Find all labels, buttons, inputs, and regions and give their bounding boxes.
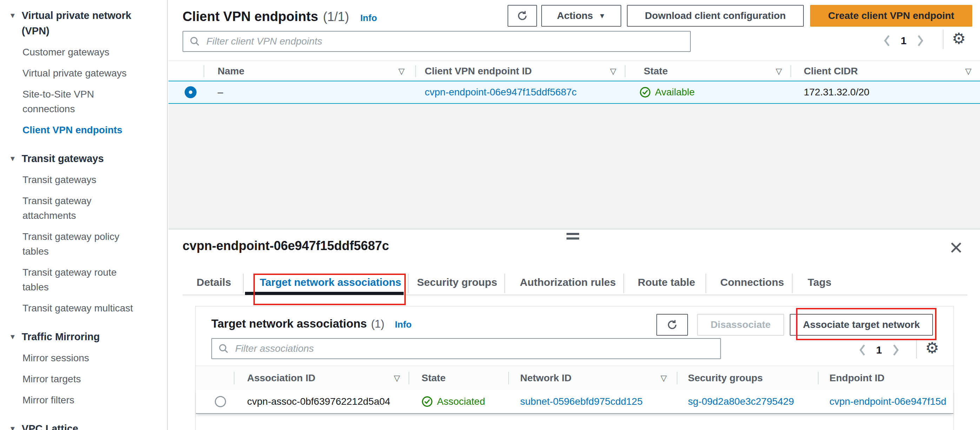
- tab-route-table[interactable]: Route table: [638, 276, 695, 288]
- sidebar-item-transit-gateway-multicast[interactable]: Transit gateway multicast: [22, 301, 145, 316]
- info-link[interactable]: Info: [395, 319, 412, 330]
- tab-target-network-associations[interactable]: Target network associations: [260, 276, 401, 288]
- tab-divider: [243, 274, 243, 293]
- tab-details[interactable]: Details: [197, 276, 231, 288]
- cell-network-id-link[interactable]: subnet-0596ebfd975cdd125: [520, 396, 643, 407]
- sidebar-section-vpn[interactable]: ▼ Virtual private network (VPN): [9, 8, 164, 38]
- next-page-icon[interactable]: [892, 344, 900, 356]
- endpoint-filter-input[interactable]: [206, 35, 684, 48]
- collapse-triangle-icon: ▼: [9, 151, 16, 166]
- sidebar-item-customer-gateways[interactable]: Customer gateways: [22, 45, 145, 60]
- download-client-configuration-button[interactable]: Download client configuration: [627, 5, 804, 27]
- cell-endpoint-id-link[interactable]: cvpn-endpoint-06e947f15ddf5687c: [425, 87, 577, 98]
- vpc-console: ▼ Virtual private network (VPN) Customer…: [0, 0, 980, 430]
- associations-filter-input[interactable]: [234, 343, 714, 355]
- endpoints-table-header: Name ▽ Client VPN endpoint ID ▽ State ▽ …: [169, 60, 980, 82]
- associate-target-network-button[interactable]: Associate target network: [790, 314, 933, 336]
- settings-gear-icon[interactable]: ⚙: [952, 31, 966, 46]
- split-panel-drag-handle-icon[interactable]: [566, 233, 579, 242]
- column-divider: [415, 65, 416, 77]
- actions-button[interactable]: Actions ▼: [541, 5, 621, 27]
- associations-title: Target network associations: [211, 317, 367, 330]
- actions-label: Actions: [557, 10, 593, 21]
- sidebar-item-virtual-private-gateways[interactable]: Virtual private gateways: [22, 66, 145, 81]
- disassociate-button[interactable]: Disassociate: [697, 314, 784, 336]
- column-endpoint-id[interactable]: Client VPN endpoint ID: [425, 66, 532, 77]
- active-tab-underline: [245, 292, 404, 295]
- cell-state: Associated: [422, 396, 485, 407]
- cell-security-group-link[interactable]: sg-09d2a80e3c2795429: [688, 396, 794, 407]
- column-divider: [625, 65, 625, 77]
- cell-client-cidr: 172.31.32.0/20: [804, 87, 869, 98]
- sidebar-item-transit-gateway-route-tables[interactable]: Transit gateway route tables: [22, 265, 145, 295]
- sidebar-item-mirror-targets[interactable]: Mirror targets: [22, 372, 145, 387]
- info-link[interactable]: Info: [360, 13, 377, 24]
- column-divider: [409, 372, 409, 384]
- list-header: Client VPN endpoints (1/1) Info: [183, 9, 377, 24]
- tab-connections[interactable]: Connections: [720, 276, 784, 288]
- column-client-cidr[interactable]: Client CIDR: [804, 66, 858, 77]
- previous-page-icon[interactable]: [859, 344, 866, 356]
- sort-icon[interactable]: ▽: [394, 373, 400, 383]
- sort-icon[interactable]: ▽: [965, 67, 972, 76]
- column-divider: [204, 65, 204, 77]
- settings-gear-icon[interactable]: ⚙: [925, 340, 939, 355]
- create-client-vpn-endpoint-button[interactable]: Create client VPN endpoint: [810, 5, 972, 27]
- tab-tags[interactable]: Tags: [808, 276, 832, 288]
- row-radio[interactable]: [215, 396, 226, 407]
- sidebar-item-site-to-site-vpn[interactable]: Site-to-Site VPN connections: [22, 87, 145, 116]
- tab-authorization-rules[interactable]: Authorization rules: [520, 276, 616, 288]
- collapse-triangle-icon: ▼: [9, 421, 16, 430]
- sidebar-section-transit-gateways[interactable]: ▼ Transit gateways: [9, 151, 164, 166]
- refresh-icon: [516, 10, 528, 22]
- associations-card: Target network associations (1) Info Dis…: [195, 306, 954, 430]
- sort-icon[interactable]: ▽: [776, 67, 782, 76]
- sidebar-section-label: Virtual private network (VPN): [22, 8, 145, 38]
- disassociate-label: Disassociate: [710, 319, 770, 330]
- cell-endpoint-id-link[interactable]: cvpn-endpoint-06e947f15d: [829, 396, 952, 407]
- column-name[interactable]: Name: [218, 66, 244, 77]
- sidebar-section-label: VPC Lattice: [22, 421, 145, 430]
- column-state[interactable]: State: [422, 373, 445, 384]
- sidebar-item-transit-gateway-policy-tables[interactable]: Transit gateway policy tables: [22, 229, 145, 259]
- row-radio-selected[interactable]: [185, 86, 197, 98]
- associate-label: Associate target network: [803, 319, 920, 330]
- empty-table-area: [169, 104, 980, 228]
- sidebar-section-vpc-lattice[interactable]: ▼ VPC Lattice: [9, 421, 164, 430]
- column-divider: [234, 372, 234, 384]
- close-icon[interactable]: [948, 240, 964, 256]
- current-page[interactable]: 1: [900, 35, 907, 47]
- sort-icon[interactable]: ▽: [398, 67, 405, 76]
- sidebar-item-transit-gateways[interactable]: Transit gateways: [22, 173, 145, 187]
- association-row[interactable]: cvpn-assoc-0bf639762212d5a04 Associated …: [196, 390, 953, 414]
- column-endpoint-id[interactable]: Endpoint ID: [829, 373, 885, 384]
- column-state[interactable]: State: [644, 66, 668, 77]
- sidebar-item-mirror-sessions[interactable]: Mirror sessions: [22, 351, 145, 365]
- sort-icon[interactable]: ▽: [610, 67, 616, 76]
- column-divider: [818, 372, 819, 384]
- previous-page-icon[interactable]: [883, 34, 891, 47]
- sidebar-section-label: Transit gateways: [22, 151, 145, 166]
- collapse-triangle-icon: ▼: [9, 329, 16, 344]
- state-label: Available: [655, 87, 695, 98]
- refresh-associations-button[interactable]: [656, 314, 688, 336]
- endpoint-row[interactable]: – cvpn-endpoint-06e947f15ddf5687c Availa…: [169, 81, 980, 104]
- tab-security-groups[interactable]: Security groups: [417, 276, 497, 288]
- refresh-icon: [666, 319, 678, 331]
- sidebar-item-client-vpn-endpoints[interactable]: Client VPN endpoints: [22, 123, 145, 138]
- refresh-button[interactable]: [508, 5, 537, 27]
- column-network-id[interactable]: Network ID: [520, 373, 571, 384]
- column-association-id[interactable]: Association ID: [247, 373, 315, 384]
- cell-association-id: cvpn-assoc-0bf639762212d5a04: [247, 396, 390, 407]
- page-count: (1/1): [323, 10, 349, 24]
- sidebar-section-traffic-mirroring[interactable]: ▼ Traffic Mirroring: [9, 329, 164, 344]
- sidebar-item-transit-gateway-attachments[interactable]: Transit gateway attachments: [22, 194, 145, 223]
- column-security-groups[interactable]: Security groups: [688, 373, 763, 384]
- current-page[interactable]: 1: [876, 344, 882, 356]
- tab-divider: [624, 274, 624, 293]
- sort-icon[interactable]: ▽: [660, 373, 667, 383]
- column-divider: [508, 372, 509, 384]
- endpoint-filter: [183, 31, 691, 52]
- next-page-icon[interactable]: [916, 34, 924, 47]
- sidebar-item-mirror-filters[interactable]: Mirror filters: [22, 393, 145, 408]
